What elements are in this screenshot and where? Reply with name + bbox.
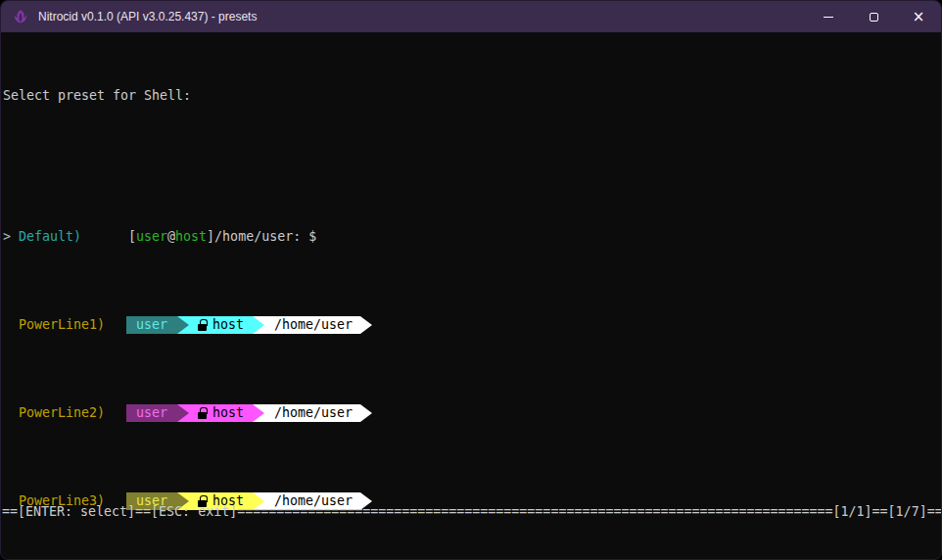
powerline-bar: user host /home/user [126,404,372,422]
preset-row-powerline2[interactable]: PowerLine2) user host /home/user [3,404,941,422]
title-bar[interactable]: Nitrocid v0.1.0 (API v3.0.25.437) - pres… [1,1,941,32]
preset-row-powerline1[interactable]: PowerLine1) user host /home/user [3,316,941,334]
preview-host: host [175,229,207,244]
minimize-icon [824,17,833,18]
maximize-button[interactable] [851,1,896,32]
prompt-header-row: Select preset for Shell: [3,87,941,105]
powerline-arrow-icon [177,316,189,334]
segment-user-text: user [136,404,167,422]
segment-host-text: host [212,404,244,422]
preview-path: /home/user: [214,229,308,244]
terminal-window: Nitrocid v0.1.0 (API v3.0.25.437) - pres… [0,0,942,560]
marker-space [3,316,19,334]
segment-path-text: /home/user [274,316,353,334]
blank-row [3,140,941,158]
window-title: Nitrocid v0.1.0 (API v3.0.25.437) - pres… [38,10,257,23]
prompt-header: Select preset for Shell: [3,87,191,105]
selection-marker: > [3,228,19,246]
powerline-bar: user host /home/user [126,316,372,334]
powerline-arrow-icon [360,316,372,334]
terminal-content: Select preset for Shell: > Default) [use… [1,32,941,559]
segment-host: host [189,316,253,334]
marker-space [3,404,19,422]
powerline-arrow-icon [177,404,189,422]
preset-label: Default) [19,228,126,246]
maximize-icon [870,13,878,22]
powerline-arrow-icon [253,404,264,422]
powerline-arrow-icon [253,316,264,334]
bracket-open: [ [128,229,136,244]
segment-host: host [189,404,253,422]
minimize-button[interactable] [806,1,851,32]
preset-preview-default: [user@host]/home/user: $ [128,228,316,246]
close-icon: × [913,10,925,24]
lock-icon [198,319,207,331]
bracket-close: ] [207,229,214,244]
preset-label: PowerLine1) [19,316,126,334]
window-controls: × [806,1,941,32]
preview-dollar: $ [308,229,316,244]
preview-user: user [136,229,167,244]
segment-host-text: host [212,316,244,334]
nitrocid-app-icon [13,9,28,24]
status-bar: ==[ENTER: select]==[ESC: exit]==========… [2,503,942,521]
lock-icon [198,407,207,419]
close-button[interactable]: × [896,1,941,32]
preview-at: @ [167,229,175,244]
segment-user-text: user [136,316,167,334]
segment-path-text: /home/user [274,404,353,422]
segment-user: user [126,404,177,422]
segment-path: /home/user [264,316,360,334]
preset-row-default[interactable]: > Default) [user@host]/home/user: $ [3,228,941,246]
segment-path: /home/user [264,404,360,422]
powerline-arrow-icon [360,404,372,422]
segment-user: user [126,316,177,334]
preset-label: PowerLine2) [19,404,126,422]
